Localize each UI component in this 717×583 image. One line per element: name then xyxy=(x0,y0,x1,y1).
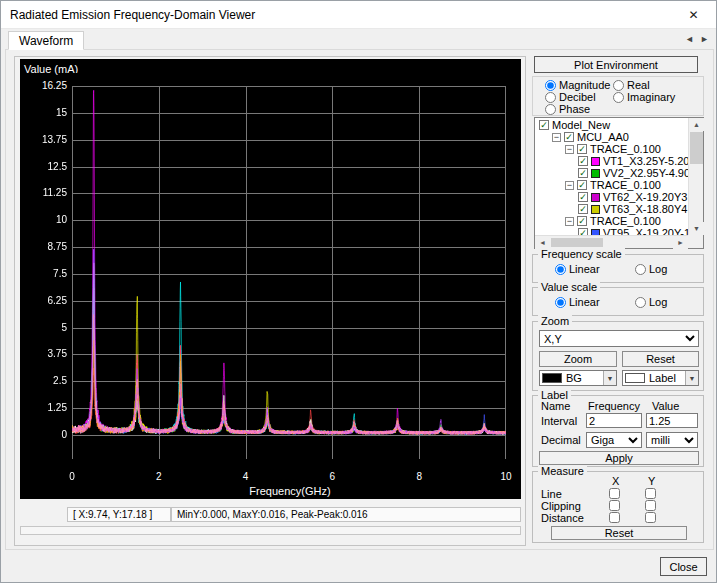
line-y-checkbox[interactable] xyxy=(645,488,656,499)
tree-hscrollbar[interactable]: ◄ ► xyxy=(535,235,688,248)
tree-item[interactable]: −✓MCU_AA0 xyxy=(535,131,688,143)
tab-waveform[interactable]: Waveform xyxy=(8,31,84,50)
x-tick-label: 8 xyxy=(409,471,429,482)
dropdown-icon[interactable]: ▼ xyxy=(685,371,698,385)
radio-real-input[interactable] xyxy=(613,80,624,91)
measure-col-x: X xyxy=(612,475,619,487)
window-close-button[interactable]: ✕ xyxy=(671,1,716,29)
tree-item[interactable]: ✓Model_New xyxy=(535,119,688,131)
radio-imaginary[interactable]: Imaginary xyxy=(613,91,675,103)
radio-value-log-input[interactable] xyxy=(635,297,646,308)
trace-tree[interactable]: ✓Model_New−✓MCU_AA0−✓TRACE_0.100✓VT1_X3.… xyxy=(534,117,704,249)
y-tick-label: 3.75 xyxy=(20,348,67,359)
checkbox-icon[interactable]: ✓ xyxy=(578,156,588,166)
tree-item[interactable]: ✓VT63_X-18.80Y4.0 xyxy=(535,203,688,215)
tree-vscrollbar[interactable]: ▲ ▼ xyxy=(688,118,703,235)
tree-item[interactable]: ✓VT62_X-19.20Y3.6 xyxy=(535,191,688,203)
checkbox-icon[interactable]: ✓ xyxy=(539,120,549,130)
radio-decibel-input[interactable] xyxy=(545,92,556,103)
x-tick-label: 6 xyxy=(322,471,342,482)
tab-scroll-left-icon[interactable]: ◄ xyxy=(685,34,694,44)
radio-frequency-log[interactable]: Log xyxy=(635,263,667,275)
decimal-value-select[interactable]: milli xyxy=(646,432,698,448)
scroll-down-icon[interactable]: ▼ xyxy=(689,222,704,235)
clipping-x-checkbox[interactable] xyxy=(609,500,620,511)
tab-waveform-label: Waveform xyxy=(19,34,73,48)
radio-imaginary-input[interactable] xyxy=(613,92,624,103)
tree-item-label: MCU_AA0 xyxy=(577,131,629,143)
apply-button[interactable]: Apply xyxy=(539,451,699,465)
x-tick-label: 0 xyxy=(62,471,82,482)
clipping-y-checkbox[interactable] xyxy=(645,500,656,511)
radio-frequency-log-input[interactable] xyxy=(635,264,646,275)
checkbox-icon[interactable]: ✓ xyxy=(577,180,587,190)
plot-environment-button[interactable]: Plot Environment xyxy=(534,56,698,73)
checkbox-icon[interactable]: ✓ xyxy=(578,204,588,214)
x-tick-label: 10 xyxy=(496,471,516,482)
zoom-button[interactable]: Zoom xyxy=(539,351,617,367)
color-swatch xyxy=(591,169,600,178)
tree-item[interactable]: ✓VV2_X2.95Y-4.90 xyxy=(535,167,688,179)
decimal-frequency-select[interactable]: Giga xyxy=(586,432,642,448)
dropdown-icon[interactable]: ▼ xyxy=(603,371,616,385)
plot-environment-label: Plot Environment xyxy=(574,59,658,71)
component-groupbox: Magnitude Real Decibel Imaginary Phase xyxy=(532,76,704,116)
radio-phase-input[interactable] xyxy=(545,104,556,115)
distance-x-checkbox[interactable] xyxy=(609,512,620,523)
tree-item-label: VT63_X-18.80Y4.0 xyxy=(603,203,688,215)
radio-real-label: Real xyxy=(627,79,650,91)
label-color-picker[interactable]: Label ▼ xyxy=(622,370,699,386)
measure-reset-button[interactable]: Reset xyxy=(551,526,687,540)
collapse-icon[interactable]: − xyxy=(565,181,574,190)
close-button[interactable]: Close xyxy=(660,557,707,576)
collapse-icon[interactable]: − xyxy=(565,217,574,226)
stats-status-box: MinY:0.000, MaxY:0.016, Peak-Peak:0.016 xyxy=(171,507,521,522)
spectrum-canvas[interactable] xyxy=(72,73,506,459)
bg-color-picker[interactable]: BG ▼ xyxy=(539,370,617,386)
interval-frequency-input[interactable] xyxy=(586,413,642,428)
radio-frequency-linear-input[interactable] xyxy=(555,264,566,275)
plot-area[interactable]: Value (mA) Frequency(GHz) 16.251513.7512… xyxy=(20,59,521,499)
radio-decibel[interactable]: Decibel xyxy=(545,91,596,103)
hscroll-thumb[interactable] xyxy=(551,238,603,247)
radio-frequency-linear[interactable]: Linear xyxy=(555,263,600,275)
checkbox-icon[interactable]: ✓ xyxy=(577,216,587,226)
label-color-swatch xyxy=(625,373,645,383)
collapse-icon[interactable]: − xyxy=(552,133,561,142)
checkbox-icon[interactable]: ✓ xyxy=(578,228,588,235)
checkbox-icon[interactable]: ✓ xyxy=(578,192,588,202)
radio-phase[interactable]: Phase xyxy=(545,103,590,115)
zoom-reset-label: Reset xyxy=(646,353,675,365)
interval-value-input[interactable] xyxy=(646,413,698,428)
tree-item[interactable]: −✓TRACE_0.100 xyxy=(535,215,688,227)
zoom-reset-button[interactable]: Reset xyxy=(622,351,699,367)
window-title: Radiated Emission Frequency-Domain Viewe… xyxy=(10,8,255,22)
scroll-corner xyxy=(688,235,703,248)
distance-y-checkbox[interactable] xyxy=(645,512,656,523)
measure-row-clipping-label: Clipping xyxy=(541,500,581,512)
color-swatch xyxy=(591,205,600,214)
scroll-right-icon[interactable]: ► xyxy=(673,236,688,249)
tab-scroll-right-icon[interactable]: ► xyxy=(700,34,709,44)
tree-item[interactable]: ✓VT95_X-19.20Y-16 xyxy=(535,227,688,235)
plot-hscrollbar[interactable] xyxy=(20,526,521,535)
checkbox-icon[interactable]: ✓ xyxy=(578,168,588,178)
line-x-checkbox[interactable] xyxy=(609,488,620,499)
radio-magnitude[interactable]: Magnitude xyxy=(545,79,610,91)
tree-item[interactable]: −✓TRACE_0.100 xyxy=(535,179,688,191)
radio-value-log[interactable]: Log xyxy=(635,296,667,308)
radio-magnitude-input[interactable] xyxy=(545,80,556,91)
checkbox-icon[interactable]: ✓ xyxy=(564,132,574,142)
checkbox-icon[interactable]: ✓ xyxy=(577,144,587,154)
scroll-up-icon[interactable]: ▲ xyxy=(689,118,704,131)
collapse-icon[interactable]: − xyxy=(565,145,574,154)
tree-item[interactable]: ✓VT1_X3.25Y-5.20 xyxy=(535,155,688,167)
value-axis-label: Value (mA) xyxy=(24,63,78,75)
vscroll-thumb[interactable] xyxy=(690,132,703,164)
tree-item[interactable]: −✓TRACE_0.100 xyxy=(535,143,688,155)
radio-value-linear-input[interactable] xyxy=(555,297,566,308)
zoom-axis-select[interactable]: X,Y xyxy=(539,330,699,347)
radio-value-linear[interactable]: Linear xyxy=(555,296,600,308)
radio-real[interactable]: Real xyxy=(613,79,650,91)
title-bar[interactable]: Radiated Emission Frequency-Domain Viewe… xyxy=(1,1,716,29)
